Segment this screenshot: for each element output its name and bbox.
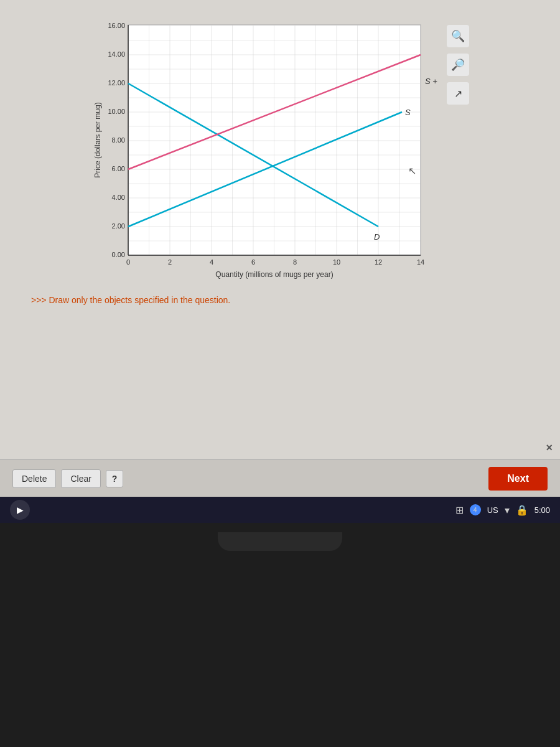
svg-text:8: 8 [293, 258, 297, 266]
chart-svg: 0.00 2.00 4.00 6.00 8.00 10.00 12.00 14.… [91, 19, 439, 286]
svg-text:16.00: 16.00 [108, 22, 125, 29]
svg-text:2: 2 [168, 258, 172, 266]
search-icon[interactable]: 🔍 [447, 25, 469, 47]
lock-icon: 🔒 [516, 504, 528, 516]
svg-text:6: 6 [251, 258, 255, 266]
next-button[interactable]: Next [488, 467, 548, 491]
svg-text:0.00: 0.00 [112, 251, 125, 258]
svg-rect-0 [128, 25, 421, 255]
battery-num: 4 [470, 504, 481, 515]
svg-text:↖: ↖ [408, 166, 416, 176]
help-button[interactable]: ? [106, 470, 123, 487]
clear-button[interactable]: Clear [61, 469, 100, 488]
laptop-bottom [0, 523, 560, 747]
laptop-hinge [218, 532, 342, 551]
toolbar: Delete Clear ? Next [0, 459, 560, 497]
svg-text:D: D [374, 232, 380, 242]
chart-wrapper: 0.00 2.00 4.00 6.00 8.00 10.00 12.00 14.… [91, 19, 469, 286]
wifi-region: US [487, 505, 498, 515]
close-button[interactable]: × [546, 441, 553, 454]
clock: 5:00 [534, 505, 550, 515]
svg-text:Price (dollars per mug): Price (dollars per mug) [93, 102, 102, 177]
svg-text:Quantity (millions of mugs per: Quantity (millions of mugs per year) [215, 270, 333, 279]
instruction-text: >>> Draw only the objects specified in t… [31, 295, 230, 305]
play-button[interactable]: ▶ [10, 500, 30, 520]
svg-text:8.00: 8.00 [112, 136, 125, 144]
chart-icons: 🔍 🔎 ↗ [447, 25, 469, 105]
taskbar-right: ⊞ 4 US ▾ 🔒 5:00 [455, 504, 550, 516]
svg-text:S: S [405, 108, 411, 117]
screen-icon: ⊞ [455, 504, 464, 516]
main-content: 0.00 2.00 4.00 6.00 8.00 10.00 12.00 14.… [0, 0, 560, 459]
external-link-icon[interactable]: ↗ [447, 82, 469, 105]
svg-text:12: 12 [375, 258, 382, 266]
svg-text:2.00: 2.00 [112, 222, 125, 230]
delete-button[interactable]: Delete [12, 469, 56, 488]
svg-text:6.00: 6.00 [112, 165, 125, 172]
wifi-icon: ▾ [505, 504, 510, 516]
svg-text:S + tax: S + tax [425, 77, 439, 86]
svg-text:12.00: 12.00 [108, 79, 125, 87]
svg-text:14.00: 14.00 [108, 50, 125, 58]
zoom-icon[interactable]: 🔎 [447, 54, 469, 76]
taskbar: ▶ ⊞ 4 US ▾ 🔒 5:00 [0, 497, 560, 523]
svg-text:4: 4 [210, 258, 213, 266]
svg-text:14: 14 [417, 258, 424, 266]
svg-text:10: 10 [333, 258, 340, 266]
svg-text:10.00: 10.00 [108, 108, 125, 115]
svg-text:0: 0 [126, 258, 130, 266]
svg-text:4.00: 4.00 [112, 194, 125, 201]
